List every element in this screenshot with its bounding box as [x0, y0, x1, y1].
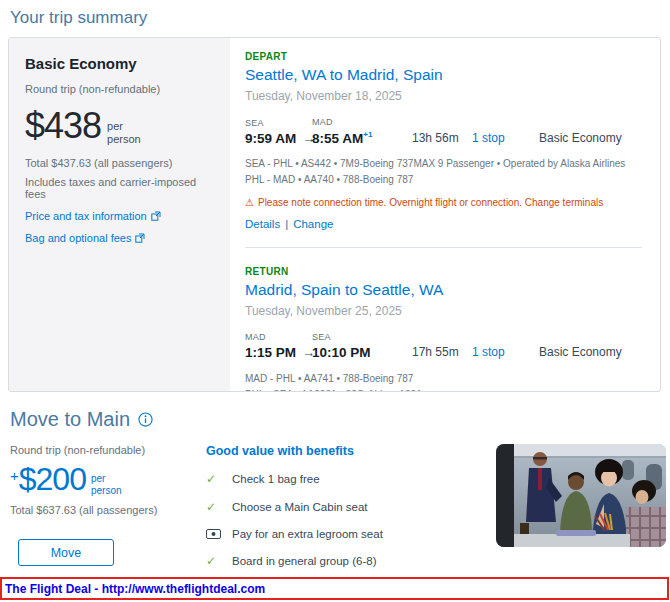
- fare-price-unit: per person: [107, 120, 141, 145]
- depart-times-row: SEA 9:59 AM→ MAD 8:55 AM+1 13h 56m 1 sto…: [245, 117, 642, 145]
- return-arrive-time-value: 10:10 PM: [312, 345, 371, 360]
- itinerary-column: DEPART Seattle, WA to Madrid, Spain Tues…: [230, 38, 660, 391]
- info-icon[interactable]: [138, 412, 153, 427]
- benefit-text: Check 1 bag free: [232, 473, 320, 485]
- per-label: per: [107, 120, 123, 132]
- upsell-price: + $200 per person: [10, 465, 206, 496]
- benefits-title: Good value with benefits: [206, 444, 484, 458]
- fare-total: Total $437.63 (all passengers): [25, 157, 214, 169]
- fare-price-amount: $438: [25, 110, 101, 142]
- upsell-price-unit: per person: [91, 473, 122, 496]
- return-stops-link[interactable]: 1 stop: [472, 346, 539, 359]
- depart-warning: ⚠Please note connection time. Overnight …: [245, 197, 642, 208]
- return-label: RETURN: [245, 266, 642, 277]
- return-origin-column: MAD 1:15 PM→: [245, 332, 312, 360]
- bag-optional-fees-link[interactable]: Bag and optional fees: [25, 232, 214, 244]
- warning-icon: ⚠: [245, 197, 254, 208]
- segment-divider: [245, 247, 642, 248]
- fare-class-title: Basic Economy: [25, 55, 214, 72]
- page-title: Your trip summary: [10, 8, 670, 28]
- fare-trip-type: Round trip (non-refundable): [25, 83, 214, 95]
- depart-duration: 13h 56m: [412, 132, 472, 145]
- upsell-trip-type: Round trip (non-refundable): [10, 444, 206, 456]
- return-arrive-time: 10:10 PM: [312, 346, 412, 360]
- return-date: Tuesday, November 25, 2025: [245, 304, 642, 318]
- check-icon: ✓: [206, 500, 232, 514]
- fare-includes-note: Includes taxes and carrier-imposed fees: [25, 176, 214, 200]
- return-times-row: MAD 1:15 PM→ SEA 10:10 PM 17h 55m 1 stop…: [245, 332, 642, 360]
- return-depart-time-value: 1:15 PM: [245, 345, 296, 360]
- link-separator: |: [285, 218, 288, 230]
- fare-price: $438 per person: [25, 110, 214, 145]
- external-link-icon: [135, 233, 145, 243]
- return-duration: 17h 55m: [412, 346, 472, 359]
- depart-leg-1: SEA - PHL • AS442 • 7M9-Boeing 737MAX 9 …: [245, 156, 642, 172]
- check-icon: ✓: [206, 472, 232, 486]
- depart-label: DEPART: [245, 51, 642, 62]
- bag-fees-link-label: Bag and optional fees: [25, 232, 131, 244]
- money-icon: [206, 529, 232, 539]
- cabin-photo-illustration: [496, 444, 666, 547]
- upsell-title: Move to Main: [10, 408, 130, 431]
- depart-details-link[interactable]: Details: [245, 218, 280, 230]
- depart-change-link[interactable]: Change: [293, 218, 333, 230]
- depart-time-value: 9:59 AM: [245, 131, 296, 146]
- external-link-icon: [151, 211, 161, 221]
- return-leg-1: MAD - PHL • AA741 • 788-Boeing 787: [245, 371, 642, 387]
- upsell-total: Total $637.63 (all passengers): [10, 504, 206, 516]
- depart-destination-column: MAD 8:55 AM+1: [312, 117, 412, 145]
- origin-station-code: MAD: [245, 332, 312, 342]
- depart-warning-text: Please note connection time. Overnight f…: [258, 197, 603, 208]
- depart-route-title: Seattle, WA to Madrid, Spain: [245, 66, 642, 84]
- depart-date: Tuesday, November 18, 2025: [245, 89, 642, 103]
- day-offset-badge: +1: [363, 130, 372, 139]
- person-label: person: [107, 133, 141, 145]
- person-label: person: [91, 485, 122, 496]
- depart-stops-link[interactable]: 1 stop: [472, 132, 539, 145]
- check-icon: ✓: [206, 554, 232, 568]
- price-tax-link-label: Price and tax information: [25, 210, 147, 222]
- benefit-item: ✓ Choose a Main Cabin seat: [206, 500, 484, 514]
- origin-station-code: SEA: [245, 118, 312, 128]
- per-label: per: [91, 473, 105, 484]
- move-button[interactable]: Move: [18, 539, 114, 566]
- return-segment: RETURN Madrid, Spain to Seattle, WA Tues…: [245, 266, 642, 392]
- arrive-time-value: 8:55 AM: [312, 131, 363, 146]
- benefit-item: Pay for an extra legroom seat: [206, 528, 484, 540]
- depart-flight-details: SEA - PHL • AS442 • 7M9-Boeing 737MAX 9 …: [245, 156, 642, 188]
- fare-panel: Basic Economy Round trip (non-refundable…: [9, 38, 230, 391]
- footer-banner: The Flight Deal - http://www.theflightde…: [0, 577, 669, 600]
- return-leg-2: PHL - SEA • AA2361 • 32Q-Airbus A321neo: [245, 387, 642, 393]
- depart-links: Details|Change: [245, 218, 642, 230]
- upsell-title-row: Move to Main: [10, 408, 670, 431]
- cabin-photo: [496, 444, 666, 547]
- depart-leg-2: PHL - MAD • AA740 • 788-Boeing 787: [245, 172, 642, 188]
- return-flight-details: MAD - PHL • AA741 • 788-Boeing 787 PHL -…: [245, 371, 642, 393]
- return-destination-column: SEA 10:10 PM: [312, 332, 412, 360]
- upsell-price-amount: $200: [19, 465, 86, 494]
- destination-station-code: SEA: [312, 332, 412, 342]
- depart-cabin: Basic Economy: [539, 132, 622, 145]
- price-tax-information-link[interactable]: Price and tax information: [25, 210, 214, 222]
- plus-sign: +: [10, 467, 19, 484]
- depart-segment: DEPART Seattle, WA to Madrid, Spain Tues…: [245, 51, 642, 230]
- benefit-item: ✓ Check 1 bag free: [206, 472, 484, 486]
- move-to-main-section: Move to Main Round trip (non-refundable)…: [10, 408, 670, 602]
- benefit-text: Board in general group (6-8): [232, 555, 376, 567]
- benefit-text: Choose a Main Cabin seat: [232, 501, 368, 513]
- benefit-item: ✓ Board in general group (6-8): [206, 554, 484, 568]
- arrive-time: 8:55 AM+1: [312, 131, 412, 145]
- depart-time: 9:59 AM→: [245, 132, 312, 146]
- return-depart-time: 1:15 PM→: [245, 346, 312, 360]
- return-route-title: Madrid, Spain to Seattle, WA: [245, 281, 642, 299]
- footer-banner-link: The Flight Deal - http://www.theflightde…: [5, 582, 265, 596]
- return-cabin: Basic Economy: [539, 346, 622, 359]
- trip-summary-card: Basic Economy Round trip (non-refundable…: [8, 37, 661, 392]
- benefit-text: Pay for an extra legroom seat: [232, 528, 383, 540]
- depart-origin-column: SEA 9:59 AM→: [245, 118, 312, 146]
- destination-station-code: MAD: [312, 117, 412, 127]
